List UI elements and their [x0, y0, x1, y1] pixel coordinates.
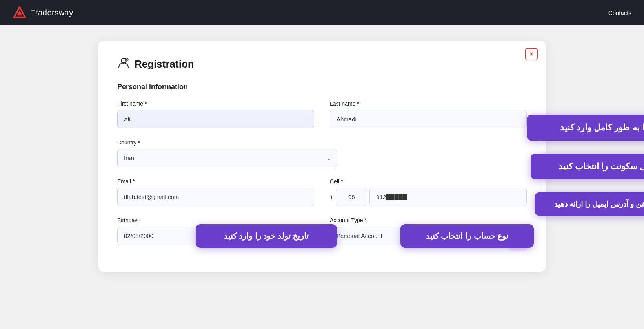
logo-area: Tradersway	[13, 5, 73, 20]
cell-group: Cell * + شماره تلفن و آدرس ایمیل را ارائ…	[330, 178, 527, 206]
first-name-label: First name *	[117, 101, 314, 107]
brand-name: Tradersway	[31, 8, 73, 17]
first-name-input[interactable]	[117, 110, 314, 128]
close-button[interactable]: ×	[525, 48, 538, 60]
last-name-group: Last name * نام خود را به طور کامل وارد …	[330, 101, 527, 128]
phone-input[interactable]	[369, 188, 527, 206]
logo-icon	[13, 5, 27, 20]
name-row: First name * Last name * نام خود را به ط…	[117, 101, 527, 128]
cell-label: Cell *	[330, 178, 527, 185]
birthday-label: Birthday *	[117, 217, 314, 223]
birthday-group: Birthday * تاریخ تولد خود را وارد کنید	[117, 217, 314, 245]
country-group: Country * Iran United States United King…	[117, 139, 337, 167]
contact-row: Email * Cell * + شماره تلفن و آدرس ایمیل…	[117, 178, 527, 206]
email-group: Email *	[117, 178, 314, 206]
country-label: Country *	[117, 139, 337, 146]
birthday-tooltip: تاریخ تولد خود را وارد کنید	[196, 224, 337, 248]
header: Tradersway Contacts	[0, 0, 644, 25]
birthday-account-row: Birthday * تاریخ تولد خود را وارد کنید A…	[117, 217, 527, 245]
section-title: Personal information	[117, 83, 527, 91]
registration-header: Registration	[117, 57, 527, 72]
email-input[interactable]	[117, 188, 314, 206]
contact-tooltip: شماره تلفن و آدرس ایمیل را ارائه دهید	[535, 192, 644, 216]
country-row: Country * Iran United States United King…	[117, 139, 527, 167]
modal-title: Registration	[135, 58, 194, 70]
account-type-label: Account Type *	[330, 217, 527, 223]
registration-modal: × Registration Personal information Firs…	[98, 41, 546, 272]
country-select[interactable]: Iran United States United Kingdom	[117, 149, 337, 167]
last-name-input[interactable]	[330, 110, 527, 128]
first-name-group: First name *	[117, 101, 314, 128]
plus-sign: +	[330, 194, 333, 201]
country-tooltip: کشور محل سکونت را انتخاب کنید	[531, 154, 644, 179]
user-icon	[117, 57, 130, 72]
account-tooltip: نوع حساب را انتخاب کنید	[400, 224, 534, 248]
page-background: × Registration Personal information Firs…	[0, 25, 644, 329]
cell-input-group: +	[330, 188, 527, 206]
last-name-label: Last name *	[330, 101, 527, 107]
name-tooltip: نام خود را به طور کامل وارد کنید	[527, 115, 644, 141]
country-select-wrapper: Iran United States United Kingdom ⌄	[117, 149, 337, 167]
email-label: Email *	[117, 178, 314, 185]
country-code-input[interactable]	[336, 188, 367, 206]
contacts-link[interactable]: Contacts	[608, 9, 631, 16]
account-type-group: Account Type * نوع حساب را انتخاب کنید	[330, 217, 527, 245]
